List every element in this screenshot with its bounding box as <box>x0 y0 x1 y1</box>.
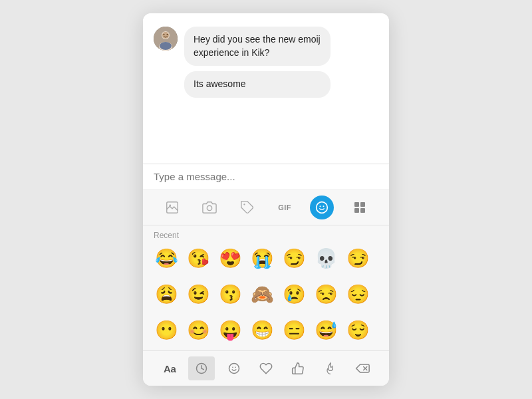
emoji-cell[interactable]: 😊 <box>183 315 213 345</box>
smiley-icon <box>227 362 241 375</box>
avatar-image <box>154 27 178 51</box>
emoji-cell[interactable]: 😉 <box>183 279 213 309</box>
emoji-section-label: Recent <box>143 225 389 243</box>
svg-point-4 <box>164 34 165 35</box>
emoji-cell[interactable]: 😩 <box>151 279 182 309</box>
message-input-area[interactable] <box>143 164 389 190</box>
aa-label: Aa <box>164 363 176 374</box>
emoji-cell[interactable]: 🙈 <box>247 279 277 309</box>
bottom-nav: Aa <box>143 350 389 386</box>
phone-frame: Hey did you see the new emoij experience… <box>143 13 389 386</box>
keyboard-button[interactable]: Aa <box>156 356 183 380</box>
gif-button[interactable]: GIF <box>273 196 297 219</box>
emoji-cell[interactable]: 😶 <box>151 315 182 345</box>
heart-button[interactable] <box>253 356 279 380</box>
camera-icon <box>202 200 217 215</box>
svg-point-13 <box>323 205 325 207</box>
delete-icon <box>355 362 370 375</box>
svg-point-5 <box>167 34 168 35</box>
thumbsup-button[interactable] <box>285 356 311 380</box>
svg-point-6 <box>160 42 172 50</box>
emoji-cell[interactable]: 😏 <box>342 243 373 273</box>
svg-point-9 <box>207 205 212 210</box>
fire-button[interactable] <box>317 356 344 380</box>
smiley-button[interactable] <box>221 356 247 380</box>
chat-area: Hey did you see the new emoij experience… <box>143 13 389 164</box>
thumbsup-icon <box>291 362 305 375</box>
emoji-cell[interactable]: 😌 <box>342 315 373 345</box>
grid-icon <box>354 202 365 213</box>
emoji-cell[interactable]: 😒 <box>311 279 341 309</box>
heart-icon <box>259 362 273 375</box>
emoji-row-2: 😩 😉 😗 🙈 😢 😒 😔 <box>143 279 389 315</box>
svg-point-17 <box>235 367 236 368</box>
standalone-message-text: Its awesome <box>194 78 246 89</box>
emoji-cell[interactable]: 😂 <box>151 243 182 273</box>
emoji-cell[interactable]: 😍 <box>215 243 245 273</box>
message-bubbles: Hey did you see the new emoij experience… <box>184 27 331 66</box>
emoji-picker: Recent 😂 😘 😍 😭 😏 💀 😏 😩 😉 😗 🙈 😢 😒 😔 😶 😊 <box>143 225 389 350</box>
emoji-cell[interactable]: 😅 <box>311 315 341 345</box>
emoji-cell[interactable]: 😗 <box>215 279 245 309</box>
recent-emoji-button[interactable] <box>188 356 215 380</box>
svg-point-16 <box>232 367 233 368</box>
svg-point-12 <box>320 205 321 207</box>
emoji-cell[interactable]: 😁 <box>247 315 277 345</box>
emoji-cell[interactable]: 😘 <box>183 243 213 273</box>
emoji-cell[interactable]: 😛 <box>215 315 245 345</box>
emoji-cell[interactable]: 😔 <box>342 279 373 309</box>
message-bubble: Hey did you see the new emoij experience… <box>184 27 331 66</box>
emoji-row-3: 😶 😊 😛 😁 😑 😅 😌 <box>143 315 389 350</box>
apps-button[interactable] <box>348 196 372 219</box>
emoji-cell[interactable]: 😢 <box>279 279 309 309</box>
emoji-cell[interactable]: 😭 <box>247 243 277 273</box>
svg-point-11 <box>317 202 328 213</box>
image-icon <box>165 200 180 215</box>
message-text: Hey did you see the new emoij experience… <box>194 34 321 58</box>
message-input[interactable] <box>154 171 378 182</box>
camera-button[interactable] <box>198 196 221 219</box>
sticker-icon <box>240 200 255 215</box>
sticker-button[interactable] <box>235 196 259 219</box>
avatar-svg <box>154 27 178 51</box>
emoji-row-1: 😂 😘 😍 😭 😏 💀 😏 <box>143 243 389 279</box>
message-bubble-standalone: Its awesome <box>184 71 331 98</box>
emoji-button[interactable] <box>310 196 334 219</box>
emoji-toolbar: GIF <box>143 190 389 225</box>
svg-point-15 <box>229 364 239 374</box>
gif-label: GIF <box>278 203 291 211</box>
delete-button[interactable] <box>349 356 376 380</box>
image-button[interactable] <box>160 196 184 219</box>
avatar <box>154 27 178 51</box>
emoji-cell[interactable]: 😑 <box>279 315 309 345</box>
message-row: Hey did you see the new emoij experience… <box>154 27 378 66</box>
fire-icon <box>324 362 337 375</box>
emoji-icon <box>315 201 329 214</box>
emoji-cell[interactable]: 😏 <box>279 243 309 273</box>
emoji-cell[interactable]: 💀 <box>311 243 341 273</box>
clock-icon <box>195 362 208 375</box>
